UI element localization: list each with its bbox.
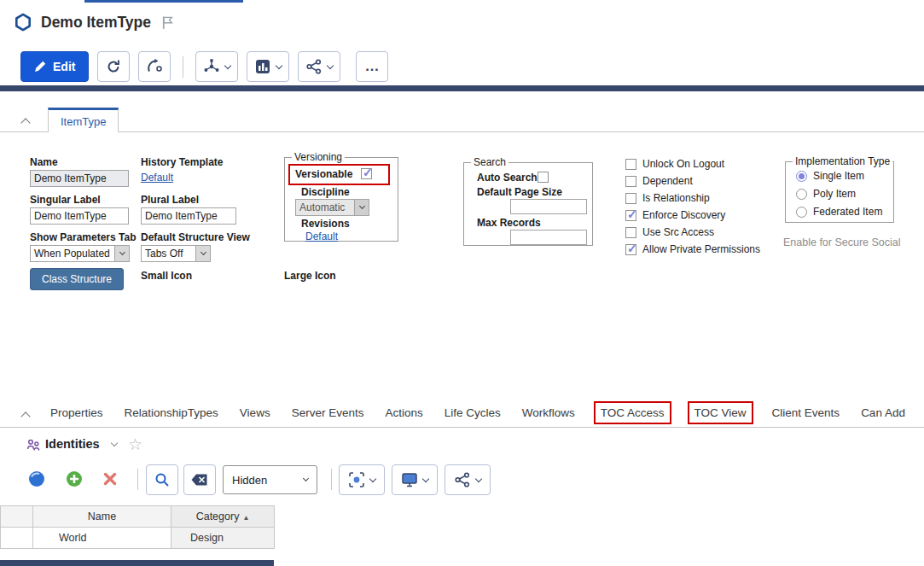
- chevron-down-icon: [276, 61, 282, 68]
- secure-social-label: Enable for Secure Social: [783, 236, 901, 248]
- identities-chevron-down-icon[interactable]: [111, 440, 118, 446]
- discipline-value: Automatic: [296, 200, 354, 215]
- unlock-on-logout-label: Unlock On Logout: [642, 158, 724, 170]
- tab-properties[interactable]: Properties: [49, 403, 104, 423]
- view-menu-button[interactable]: [392, 464, 438, 495]
- refresh-button[interactable]: [97, 51, 130, 82]
- category-header-label: Category: [196, 511, 240, 522]
- show-parameters-value: When Populated: [31, 246, 114, 261]
- tab-relationshiptypes[interactable]: RelationshipTypes: [124, 403, 219, 423]
- flag-icon[interactable]: [160, 15, 176, 31]
- edit-button[interactable]: Edit: [20, 51, 89, 82]
- show-parameters-dropdown[interactable]: When Populated: [30, 245, 130, 262]
- chart-icon: [254, 58, 271, 75]
- promote-button[interactable]: [138, 51, 171, 82]
- tab-server-events[interactable]: Server Events: [291, 403, 365, 423]
- dependent-label: Dependent: [642, 175, 693, 187]
- add-row-icon[interactable]: [65, 470, 84, 488]
- reports-menu-button[interactable]: [247, 51, 289, 82]
- column-header-name[interactable]: Name: [33, 506, 171, 528]
- relationship-tabs: Properties RelationshipTypes Views Serve…: [49, 399, 924, 427]
- enforce-discovery-checkbox[interactable]: [625, 210, 636, 221]
- revisions-label: Revisions: [301, 218, 350, 230]
- collapse-form-chevron-icon[interactable]: [20, 118, 30, 127]
- versioning-legend: Versioning: [292, 151, 345, 163]
- section-title-identities: Identities: [45, 437, 100, 451]
- tab-client-events[interactable]: Client Events: [771, 403, 841, 423]
- poly-item-label: Poly Item: [813, 188, 856, 200]
- share-menu-button[interactable]: [298, 51, 340, 82]
- default-structure-view-dropdown[interactable]: Tabs Off: [141, 245, 211, 262]
- monitor-icon: [401, 471, 418, 488]
- flag-row-enforce-discovery: Enforce Discovery: [625, 209, 725, 221]
- tab-life-cycles[interactable]: Life Cycles: [444, 403, 502, 423]
- tab-actions[interactable]: Actions: [384, 403, 423, 423]
- show-parameters-tab-label: Show Parameters Tab: [30, 231, 137, 243]
- max-records-input[interactable]: [510, 230, 587, 245]
- default-page-size-label: Default Page Size: [477, 186, 562, 198]
- versionable-checkbox[interactable]: [361, 168, 372, 179]
- use-src-access-checkbox[interactable]: [625, 227, 636, 238]
- auto-search-checkbox[interactable]: [538, 172, 549, 183]
- select-arrow-icon: [303, 476, 309, 481]
- visibility-filter-select[interactable]: Hidden: [223, 465, 317, 494]
- row-selector-header[interactable]: [1, 506, 33, 528]
- revisions-default-link[interactable]: Default: [305, 230, 338, 242]
- flag-row-use-src-access: Use Src Access: [625, 226, 714, 238]
- row-selector-cell[interactable]: [1, 528, 33, 549]
- delete-row-icon[interactable]: [101, 470, 119, 488]
- class-structure-button[interactable]: Class Structure: [30, 268, 124, 290]
- dropdown-arrow-icon: [195, 246, 210, 261]
- share-grid-menu-button[interactable]: [445, 464, 491, 495]
- tab-workflows[interactable]: Workflows: [521, 403, 576, 423]
- relationships-tabbar: Properties RelationshipTypes Views Serve…: [0, 399, 924, 428]
- federated-item-radio[interactable]: [796, 207, 807, 218]
- grid-header-row: Name Category▲: [1, 506, 275, 528]
- grid-row-world[interactable]: World Design: [1, 528, 275, 549]
- plural-label-input[interactable]: [141, 207, 236, 225]
- versioning-fieldset: Versioning Versionable Discipline Automa…: [284, 157, 398, 242]
- is-relationship-label: Is Relationship: [642, 192, 710, 204]
- share-icon: [305, 58, 323, 75]
- tab-itemtype[interactable]: ItemType: [48, 108, 119, 132]
- favorite-star-icon[interactable]: ☆: [128, 436, 142, 452]
- single-item-label: Single Item: [813, 170, 864, 182]
- flag-row-is-relationship: Is Relationship: [625, 192, 710, 204]
- name-label: Name: [30, 156, 58, 168]
- unlock-on-logout-checkbox[interactable]: [625, 159, 636, 170]
- tab-toc-view[interactable]: TOC View: [689, 403, 752, 423]
- search-button[interactable]: [146, 464, 178, 495]
- singular-label-input[interactable]: [30, 207, 129, 225]
- clear-search-button[interactable]: [183, 464, 216, 495]
- itemtype-hexagon-icon: [14, 13, 32, 32]
- column-header-category[interactable]: Category▲: [171, 506, 275, 528]
- dependent-checkbox[interactable]: [625, 176, 636, 187]
- open-item-icon[interactable]: [27, 470, 46, 488]
- curved-arrow-icon: [146, 58, 163, 75]
- focus-menu-button[interactable]: [339, 464, 385, 495]
- poly-item-radio[interactable]: [796, 189, 807, 200]
- default-structure-view-value: Tabs Off: [142, 246, 195, 261]
- toolbar-separator: [331, 469, 332, 490]
- backspace-icon: [190, 470, 209, 489]
- structure-icon: [203, 58, 220, 75]
- allow-private-permissions-checkbox[interactable]: [625, 244, 636, 255]
- target-icon: [348, 471, 365, 488]
- default-page-size-input[interactable]: [510, 199, 587, 214]
- tab-toc-access[interactable]: TOC Access: [596, 403, 670, 423]
- implementation-type-fieldset: Implementation Type Single Item Poly Ite…: [785, 161, 894, 223]
- flag-row-allow-private-permissions: Allow Private Permissions: [625, 243, 760, 255]
- name-input[interactable]: [30, 170, 129, 187]
- is-relationship-checkbox[interactable]: [625, 193, 636, 204]
- grid-bottom-bar: [0, 560, 274, 566]
- form-tabbar: ItemType: [0, 108, 924, 132]
- single-item-radio[interactable]: [796, 171, 807, 182]
- discipline-dropdown[interactable]: Automatic: [295, 199, 369, 216]
- tab-can-add[interactable]: Can Add: [860, 403, 906, 423]
- collapse-relationships-chevron-icon[interactable]: [20, 411, 30, 421]
- more-actions-button[interactable]: …: [356, 51, 388, 82]
- history-template-link[interactable]: Default: [141, 172, 173, 184]
- structure-menu-button[interactable]: [195, 51, 238, 82]
- tab-views[interactable]: Views: [239, 403, 271, 423]
- visibility-filter-value: Hidden: [232, 474, 267, 487]
